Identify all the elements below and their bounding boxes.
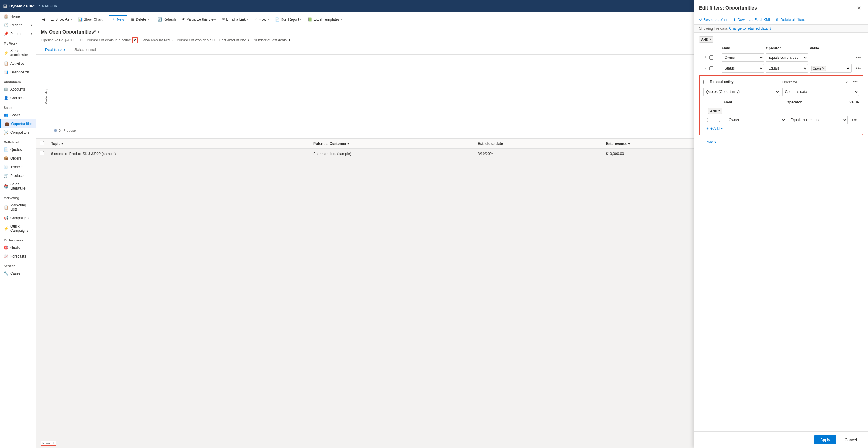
- customer-sort[interactable]: Potential Customer ▾: [313, 142, 471, 146]
- sidebar-item-opportunities[interactable]: 💼 Opportunities: [0, 119, 36, 128]
- re-filter1-operator[interactable]: Equals current user: [788, 116, 848, 124]
- re-filter1-field[interactable]: Owner: [726, 116, 786, 124]
- and-badge[interactable]: AND ▾: [699, 36, 713, 43]
- flow-button[interactable]: ↗ Flow ▾: [252, 16, 271, 23]
- sidebar-item-forecasts[interactable]: 📈 Forecasts: [0, 252, 36, 261]
- select-all-checkbox[interactable]: [40, 141, 44, 145]
- lost-label: Lost amount: [219, 38, 239, 42]
- home-icon: 🏠: [4, 14, 8, 19]
- panel-close-button[interactable]: ✕: [855, 4, 863, 12]
- re-header: Related entity Operator ⤢ •••: [703, 78, 859, 85]
- row-checkbox[interactable]: [40, 151, 44, 155]
- sidebar-item-marketing-lists[interactable]: 📋 Marketing Lists: [0, 201, 36, 213]
- filter-panel: Edit filters: Opportunities ✕ ↺ Reset to…: [694, 0, 868, 448]
- tab-sales-funnel[interactable]: Sales funnel: [70, 45, 100, 54]
- sidebar-item-recent[interactable]: 🕐 Recent ▾: [0, 21, 36, 29]
- drag-handle-2[interactable]: ⋮⋮: [699, 66, 707, 71]
- cases-icon: 🔧: [4, 271, 8, 276]
- re-entity-select[interactable]: Quotes (Opportunity): [703, 88, 780, 96]
- back-button[interactable]: ◀: [40, 16, 47, 23]
- won-info-icon[interactable]: ℹ: [172, 38, 173, 42]
- sidebar-item-products[interactable]: 🛒 Products: [0, 171, 36, 180]
- panel-title: Edit filters: Opportunities: [699, 5, 757, 11]
- re-and-label: AND: [710, 109, 717, 113]
- quotes-icon: 📄: [4, 147, 8, 152]
- new-button[interactable]: ＋ New: [108, 15, 127, 23]
- cancel-button[interactable]: Cancel: [839, 435, 863, 444]
- re-expand-button[interactable]: ⤢: [845, 79, 849, 84]
- filter1-more-button[interactable]: •••: [854, 54, 863, 61]
- refresh-button[interactable]: 🔄 Refresh: [155, 16, 178, 23]
- chart-icon: 📊: [78, 18, 83, 22]
- row-topic[interactable]: 6 orders of Product SKU JJ202 (sample): [48, 149, 310, 159]
- visualize-label: Visualize this view: [187, 18, 216, 22]
- re-checkbox[interactable]: [703, 80, 707, 84]
- sidebar-item-quotes[interactable]: 📄 Quotes: [0, 145, 36, 154]
- my-work-section: My Work: [0, 38, 36, 46]
- show-chart-button[interactable]: 📊 Show Chart: [75, 16, 105, 23]
- reset-default-button[interactable]: ↺ Reset to default: [699, 18, 728, 22]
- row-customer[interactable]: Fabrikam, Inc. (sample): [310, 149, 474, 159]
- sidebar-item-competitors[interactable]: ⚔️ Competitors: [0, 128, 36, 137]
- re-add-button[interactable]: ＋ + Add ▾: [706, 126, 723, 131]
- open-tag-close[interactable]: ✕: [822, 67, 825, 70]
- sidebar-item-cases[interactable]: 🔧 Cases: [0, 269, 36, 278]
- expand-icon: ▾: [31, 32, 32, 35]
- drag-handle-1[interactable]: ⋮⋮: [699, 55, 707, 60]
- re-filter1-more[interactable]: •••: [849, 117, 859, 123]
- delete-all-filters-button[interactable]: 🗑 Delete all filters: [776, 18, 805, 22]
- re-drag-handle[interactable]: ⋮⋮: [706, 117, 714, 122]
- sidebar-item-leads[interactable]: 👥 Leads: [0, 111, 36, 119]
- show-as-button[interactable]: ☰ Show As ▾: [48, 16, 74, 23]
- date-sort[interactable]: Est. close date ↑: [478, 142, 599, 146]
- title-dropdown-icon[interactable]: ▾: [97, 30, 99, 34]
- contacts-icon: 👤: [4, 96, 8, 100]
- filter2-field-select[interactable]: Status: [722, 64, 764, 73]
- add-chevron: ▾: [714, 140, 716, 144]
- run-report-button[interactable]: 📄 Run Report ▾: [273, 16, 304, 23]
- open-tag-label: Open: [813, 67, 821, 70]
- filter2-operator-select[interactable]: Equals: [766, 64, 808, 73]
- email-link-button[interactable]: ✉ Email a Link ▾: [219, 16, 251, 23]
- excel-button[interactable]: 📗 Excel Templates ▾: [305, 16, 345, 23]
- sidebar-item-sales-accelerator[interactable]: ⚡ Sales accelerator: [0, 46, 36, 59]
- sidebar-item-home[interactable]: 🏠 Home: [0, 12, 36, 21]
- filter2-value-select[interactable]: [827, 65, 850, 72]
- sidebar-item-campaigns[interactable]: 📢 Campaigns: [0, 213, 36, 222]
- re-title: Related entity: [710, 80, 734, 84]
- topic-sort[interactable]: Topic ▾: [51, 142, 306, 146]
- sidebar-item-goals[interactable]: 🎯 Goals: [0, 243, 36, 252]
- apply-button[interactable]: Apply: [814, 435, 836, 444]
- re-sub-and-badge[interactable]: AND ▾: [708, 108, 722, 114]
- add-row-button[interactable]: ＋ + Add ▾: [699, 138, 716, 146]
- delete-button[interactable]: 🗑 Delete ▾: [128, 16, 151, 23]
- flow-label: Flow: [259, 18, 266, 22]
- filter2-more-button[interactable]: •••: [854, 65, 863, 72]
- download-fetchxml-button[interactable]: ⬇ Download FetchXML: [733, 18, 771, 22]
- retained-data-link[interactable]: Change to retained data: [729, 26, 768, 31]
- re-operator-select[interactable]: Contains data: [782, 88, 859, 96]
- sidebar-item-invoices[interactable]: 🧾 Invoices: [0, 163, 36, 171]
- filter2-checkbox[interactable]: [709, 66, 713, 70]
- sidebar-item-pinned[interactable]: 📌 Pinned ▾: [0, 29, 36, 38]
- panel-header: Edit filters: Opportunities ✕: [694, 0, 868, 15]
- visualize-button[interactable]: 👁 Visualize this view: [180, 16, 218, 23]
- filter1-operator-select[interactable]: Equals current user: [766, 54, 808, 62]
- sidebar-item-quick-campaigns[interactable]: ⚡ Quick Campaigns: [0, 222, 36, 235]
- sidebar-item-dashboards[interactable]: 📊 Dashboards: [0, 68, 36, 76]
- sidebar-item-sales-literature[interactable]: 📚 Sales Literature: [0, 180, 36, 193]
- filter1-checkbox[interactable]: [709, 56, 713, 60]
- won-value: N/A: [164, 38, 170, 42]
- tab-deal-tracker[interactable]: Deal tracker: [41, 45, 70, 54]
- separator2: [153, 16, 153, 23]
- sidebar-item-activities[interactable]: 📋 Activities: [0, 59, 36, 68]
- reset-icon: ↺: [699, 18, 702, 22]
- re-more-button[interactable]: •••: [851, 78, 859, 85]
- sidebar-item-contacts[interactable]: 👤 Contacts: [0, 94, 36, 102]
- sidebar-item-accounts[interactable]: 🏢 Accounts: [0, 85, 36, 94]
- campaigns-icon: 📢: [4, 216, 8, 220]
- re-filter1-checkbox[interactable]: [716, 118, 720, 122]
- filter1-field-select[interactable]: Owner: [722, 54, 764, 62]
- sidebar-item-orders[interactable]: 📦 Orders: [0, 154, 36, 163]
- lost-info-icon[interactable]: ℹ: [248, 38, 249, 42]
